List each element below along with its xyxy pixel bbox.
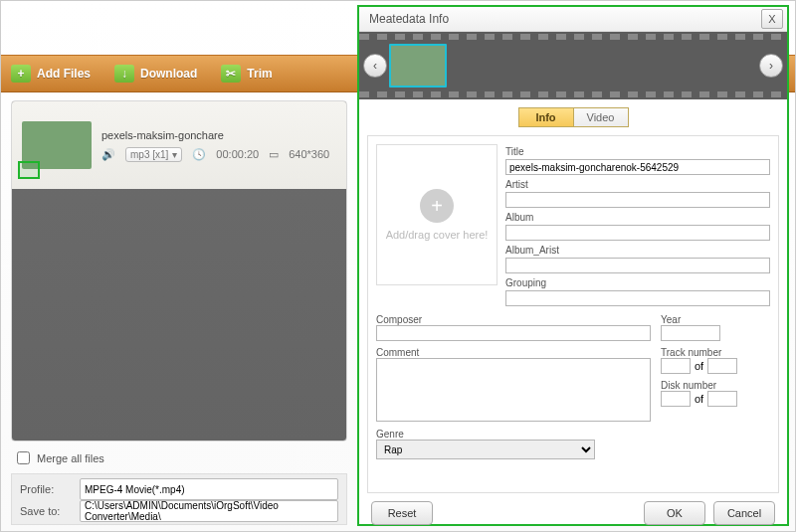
tab-info-label: Info — [535, 111, 555, 123]
title-input[interactable] — [505, 159, 770, 175]
trim-icon: ✂ — [221, 65, 241, 83]
ok-button[interactable]: OK — [644, 501, 705, 525]
modal-title: Meatedata Info — [369, 12, 449, 26]
clock-icon: 🕓 — [192, 148, 206, 161]
comment-input[interactable] — [376, 358, 651, 422]
album-artist-label: Album_Arist — [505, 245, 770, 256]
file-resolution: 640*360 — [289, 148, 329, 160]
cancel-label: Cancel — [727, 507, 761, 519]
download-icon: ↓ — [114, 65, 134, 83]
tab-bar: Info Video — [359, 107, 787, 127]
album-label: Album — [505, 212, 770, 223]
close-icon: X — [768, 13, 775, 25]
cancel-button[interactable]: Cancel — [713, 501, 775, 525]
track-total-input[interactable] — [707, 358, 737, 374]
saveto-field[interactable]: C:\Users\ADMIN\Documents\iOrgSoft\Video … — [80, 500, 338, 522]
profile-label: Profile: — [20, 483, 70, 495]
grouping-label: Grouping — [505, 277, 770, 288]
track-label: Track number — [661, 347, 770, 358]
track-num-input[interactable] — [661, 358, 691, 374]
prev-button[interactable]: ‹ — [363, 54, 387, 78]
close-button[interactable]: X — [761, 9, 783, 29]
comment-label: Comment — [376, 347, 651, 358]
ok-label: OK — [667, 507, 683, 519]
strip-thumbnail[interactable] — [389, 44, 447, 88]
tab-video[interactable]: Video — [574, 107, 629, 127]
grouping-input[interactable] — [505, 290, 770, 306]
year-label: Year — [661, 314, 770, 325]
genre-label: Genre — [376, 429, 404, 440]
format-select-value: mp3 [x1] — [130, 149, 168, 160]
saveto-value: C:\Users\ADMIN\Documents\iOrgSoft\Video … — [85, 500, 333, 522]
profile-value: MPEG-4 Movie(*.mp4) — [85, 484, 185, 495]
merge-row: Merge all files — [13, 448, 104, 467]
disk-total-input[interactable] — [707, 391, 737, 407]
add-files-button[interactable]: + Add Files — [11, 65, 91, 83]
format-select[interactable]: mp3 [x1] ▾ — [125, 147, 182, 162]
disk-num-input[interactable] — [661, 391, 691, 407]
bottom-panel: Profile: MPEG-4 Movie(*.mp4) Save to: C:… — [11, 473, 347, 525]
file-controls: 🔊 mp3 [x1] ▾ 🕓 00:00:20 ▭ 640*360 — [101, 147, 329, 162]
genre-select[interactable]: Rap — [376, 440, 595, 459]
add-files-label: Add Files — [37, 67, 91, 81]
reset-label: Reset — [388, 507, 417, 519]
tab-video-label: Video — [587, 111, 615, 123]
composer-input[interactable] — [376, 325, 651, 341]
composer-label: Composer — [376, 314, 651, 325]
plus-icon: + — [420, 189, 454, 223]
metadata-modal: Meatedata Info X ‹ › Info Video + Add/dr… — [357, 5, 789, 526]
file-thumbnail[interactable] — [22, 121, 92, 169]
merge-label: Merge all files — [37, 452, 104, 464]
download-button[interactable]: ↓ Download — [114, 65, 197, 83]
year-input[interactable] — [661, 325, 720, 341]
disk-label: Disk number — [661, 380, 770, 391]
file-info-column: pexels-maksim-gonchare 🔊 mp3 [x1] ▾ 🕓 00… — [101, 129, 329, 162]
saveto-label: Save to: — [20, 505, 70, 517]
add-files-icon: + — [11, 65, 31, 83]
cover-hint: Add/drag cover here! — [386, 229, 489, 241]
title-label: Title — [505, 146, 770, 157]
resolution-icon: ▭ — [269, 148, 279, 161]
download-label: Download — [140, 67, 197, 81]
trim-label: Trim — [247, 67, 272, 81]
file-list: pexels-maksim-gonchare 🔊 mp3 [x1] ▾ 🕓 00… — [11, 100, 347, 442]
next-button[interactable]: › — [759, 54, 783, 78]
modal-titlebar: Meatedata Info X — [359, 7, 787, 32]
artist-input[interactable] — [505, 192, 770, 208]
album-artist-input[interactable] — [505, 258, 770, 273]
modal-buttons: Reset OK Cancel — [359, 501, 787, 531]
profile-row: Profile: MPEG-4 Movie(*.mp4) — [20, 478, 338, 500]
track-of: of — [695, 360, 703, 372]
merge-checkbox[interactable] — [17, 451, 30, 464]
saveto-row: Save to: C:\Users\ADMIN\Documents\iOrgSo… — [20, 500, 338, 522]
audio-icon[interactable]: 🔊 — [101, 148, 115, 161]
tab-info[interactable]: Info — [518, 107, 574, 127]
file-name: pexels-maksim-gonchare — [101, 129, 329, 141]
cover-dropzone[interactable]: + Add/drag cover here! — [376, 144, 498, 285]
artist-label: Artist — [505, 179, 770, 190]
disk-of: of — [695, 393, 703, 405]
form-panel: + Add/drag cover here! Title Artist Albu… — [367, 135, 779, 493]
thumbnail-strip: ‹ › — [359, 32, 787, 99]
file-duration: 00:00:20 — [216, 148, 259, 160]
chevron-down-icon: ▾ — [172, 149, 177, 160]
album-input[interactable] — [505, 225, 770, 241]
trim-button[interactable]: ✂ Trim — [221, 65, 272, 83]
profile-field[interactable]: MPEG-4 Movie(*.mp4) — [80, 478, 338, 500]
file-row[interactable]: pexels-maksim-gonchare 🔊 mp3 [x1] ▾ 🕓 00… — [12, 101, 346, 189]
app-window: + Add Files ↓ Download ✂ Trim pexels-mak… — [0, 0, 796, 532]
reset-button[interactable]: Reset — [371, 501, 433, 525]
